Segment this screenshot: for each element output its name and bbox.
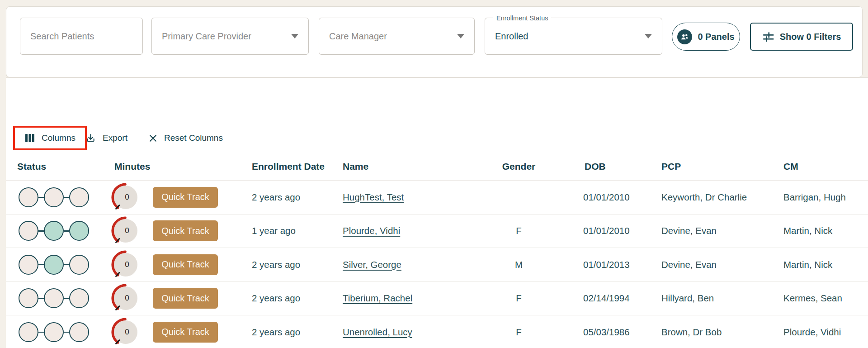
- table-toolbar: Columns Export Reset Columns: [6, 78, 868, 150]
- table-body: 0 Quick Track 2 years ago HughTest, Test…: [6, 181, 868, 348]
- cm-cell: Martin, Nick: [783, 259, 832, 270]
- quick-track-button[interactable]: Quick Track: [153, 187, 218, 208]
- enrollment-date-cell: 1 year ago: [252, 225, 296, 236]
- quick-track-button[interactable]: Quick Track: [153, 288, 218, 309]
- status-step-connector: [38, 230, 44, 232]
- show-filters-label: Show 0 Filters: [780, 32, 841, 42]
- status-step-connector: [38, 197, 44, 198]
- status-step-connector: [64, 332, 69, 333]
- status-step-connector: [64, 197, 69, 198]
- minutes-gauge: 0: [107, 316, 142, 348]
- cm-cell: Kermes, Sean: [783, 293, 842, 304]
- status-step-connector: [64, 230, 69, 232]
- table-row: 0 Quick Track 2 years ago Unenrolled, Lu…: [6, 315, 868, 348]
- reset-columns-button[interactable]: Reset Columns: [149, 126, 223, 150]
- status-step-2-circle: [44, 288, 64, 308]
- status-step-3-circle: [69, 288, 89, 308]
- table-row: 0 Quick Track 1 year ago Plourde, Vidhi …: [6, 215, 868, 248]
- minutes-gauge: 0: [107, 215, 142, 247]
- minutes-value: 0: [107, 249, 142, 281]
- caret-down-icon: [645, 34, 652, 38]
- status-step-1-circle: [19, 255, 38, 275]
- quick-track-button[interactable]: Quick Track: [153, 322, 218, 343]
- pcp-cell: Keyworth, Dr Charlie: [661, 192, 747, 203]
- header-gender[interactable]: Gender: [491, 161, 547, 172]
- status-step-1-circle: [19, 322, 38, 342]
- table-row: 0 Quick Track 2 years ago Tiberium, Rach…: [6, 282, 868, 316]
- cm-cell: Plourde, Vidhi: [783, 327, 841, 338]
- header-pcp[interactable]: PCP: [661, 161, 681, 172]
- cm-cell: Barrigan, Hugh: [783, 192, 846, 203]
- status-steps[interactable]: [19, 221, 89, 241]
- header-cm[interactable]: CM: [783, 161, 798, 172]
- status-step-3-circle: [69, 221, 89, 241]
- export-button-label: Export: [103, 133, 127, 143]
- caret-down-icon: [291, 34, 298, 38]
- header-status[interactable]: Status: [17, 161, 46, 172]
- sliders-icon: [762, 31, 774, 43]
- enrollment-date-cell: 2 years ago: [252, 192, 300, 203]
- enrollment-status-label: Enrollment Status: [493, 14, 551, 22]
- panels-button[interactable]: 0 Panels: [672, 23, 740, 51]
- enrollment-date-cell: 2 years ago: [252, 293, 300, 304]
- export-button[interactable]: Export: [85, 126, 127, 150]
- columns-button[interactable]: Columns: [13, 126, 87, 150]
- enrollment-status-select[interactable]: Enrollment Status Enrolled: [485, 18, 662, 55]
- header-name[interactable]: Name: [343, 161, 368, 172]
- people-group-icon: [677, 29, 692, 44]
- dob-cell: 01/01/2010: [583, 192, 630, 203]
- pcp-cell: Devine, Evan: [661, 259, 717, 270]
- enrollment-status-value: Enrolled: [495, 31, 528, 42]
- status-step-connector: [64, 298, 69, 299]
- dob-cell: 02/14/1994: [583, 293, 630, 304]
- status-step-connector: [38, 264, 44, 266]
- reset-columns-label: Reset Columns: [164, 133, 223, 143]
- status-step-2-circle: [44, 221, 64, 241]
- header-enrollment-date[interactable]: Enrollment Date: [252, 161, 325, 172]
- minutes-value: 0: [107, 215, 142, 247]
- status-step-3-circle: [69, 187, 89, 207]
- pcp-select[interactable]: Primary Care Provider: [151, 18, 309, 55]
- patient-name-link[interactable]: Unenrolled, Lucy: [343, 327, 412, 338]
- minutes-value: 0: [107, 181, 142, 213]
- status-step-3-circle: [69, 322, 89, 342]
- enrollment-date-cell: 2 years ago: [252, 259, 300, 270]
- minutes-gauge: 0: [107, 249, 142, 281]
- columns-button-label: Columns: [42, 133, 75, 143]
- status-step-2-circle: [44, 187, 64, 207]
- status-steps[interactable]: [19, 322, 89, 342]
- cm-cell: Martin, Nick: [783, 225, 832, 236]
- panels-button-label: 0 Panels: [698, 32, 734, 42]
- pcp-cell: Brown, Dr Bob: [661, 327, 722, 338]
- status-step-2-circle: [44, 255, 64, 275]
- care-manager-select[interactable]: Care Manager: [319, 18, 475, 55]
- minutes-gauge: 0: [107, 282, 142, 314]
- header-dob[interactable]: DOB: [585, 161, 606, 172]
- patient-name-link[interactable]: HughTest, Test: [343, 192, 404, 203]
- status-step-connector: [64, 264, 69, 266]
- enrollment-date-cell: 2 years ago: [252, 327, 300, 338]
- gender-cell: F: [491, 293, 547, 304]
- dob-cell: 01/01/2013: [583, 259, 630, 270]
- columns-icon: [25, 133, 35, 143]
- quick-track-button[interactable]: Quick Track: [153, 220, 218, 241]
- status-steps[interactable]: [19, 288, 89, 308]
- filter-bar: Primary Care Provider Care Manager Enrol…: [6, 6, 863, 77]
- quick-track-button[interactable]: Quick Track: [153, 254, 218, 275]
- status-steps[interactable]: [19, 255, 89, 275]
- status-step-1-circle: [19, 187, 38, 207]
- status-step-2-circle: [44, 322, 64, 342]
- care-manager-placeholder: Care Manager: [329, 31, 387, 42]
- search-input[interactable]: [20, 18, 143, 55]
- status-step-1-circle: [19, 221, 38, 241]
- show-filters-button[interactable]: Show 0 Filters: [750, 23, 853, 51]
- x-icon: [149, 134, 157, 143]
- table-header-row: Status Minutes Enrollment Date Name Gend…: [6, 153, 868, 181]
- patient-name-link[interactable]: Silver, George: [343, 259, 401, 270]
- download-icon: [85, 133, 96, 143]
- patient-name-link[interactable]: Plourde, Vidhi: [343, 225, 400, 236]
- patient-table-panel: Columns Export Reset Columns: [6, 77, 868, 348]
- status-steps[interactable]: [19, 187, 89, 207]
- header-minutes[interactable]: Minutes: [114, 161, 150, 172]
- patient-name-link[interactable]: Tiberium, Rachel: [343, 293, 412, 304]
